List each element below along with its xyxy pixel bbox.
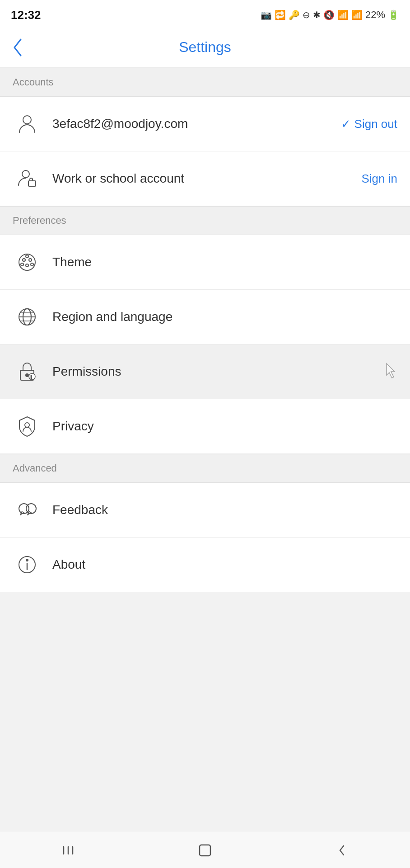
accounts-list: 3efac8f2@moodjoy.com ✓ Sign out Work or … <box>0 97 410 206</box>
personal-account-item[interactable]: 3efac8f2@moodjoy.com ✓ Sign out <box>0 97 410 151</box>
personal-account-email: 3efac8f2@moodjoy.com <box>52 117 341 131</box>
svg-point-3 <box>19 254 35 270</box>
info-icon <box>13 550 42 579</box>
recent-apps-button[interactable] <box>0 832 137 868</box>
feedback-label: Feedback <box>52 503 397 517</box>
svg-point-7 <box>21 263 23 266</box>
back-nav-button[interactable] <box>273 832 410 868</box>
feedback-item[interactable]: Feedback <box>0 483 410 538</box>
about-label: About <box>52 557 397 572</box>
privacy-icon <box>13 412 42 441</box>
home-button[interactable] <box>137 832 274 868</box>
video-icon: 📷 <box>261 9 272 20</box>
svg-point-4 <box>23 259 25 261</box>
key-icon: 🔑 <box>289 9 300 20</box>
bottom-spacer <box>0 592 410 868</box>
person-icon <box>13 109 42 138</box>
bottom-navigation <box>0 832 410 868</box>
region-language-item[interactable]: Region and language <box>0 290 410 344</box>
sign-in-label: Sign in <box>362 172 398 186</box>
sim-icon: 🔁 <box>275 9 286 20</box>
work-account-item[interactable]: Work or school account Sign in <box>0 151 410 206</box>
mute-icon: 🔇 <box>323 9 335 20</box>
svg-point-24 <box>26 559 28 561</box>
status-bar: 12:32 📷 🔁 🔑 ⊖ ✱ 🔇 📶 📶 22% 🔋 <box>0 0 410 27</box>
privacy-label: Privacy <box>52 419 397 434</box>
status-icons: 📷 🔁 🔑 ⊖ ✱ 🔇 📶 📶 22% 🔋 <box>261 9 399 21</box>
svg-point-6 <box>26 264 28 267</box>
work-person-icon <box>13 164 42 193</box>
wifi-icon: 📶 <box>337 9 349 20</box>
page-title: Settings <box>179 39 231 56</box>
feedback-icon <box>13 495 42 524</box>
advanced-list: Feedback About <box>0 483 410 592</box>
svg-point-5 <box>29 259 32 261</box>
accounts-section-header: Accounts <box>0 68 410 97</box>
advanced-section-header: Advanced <box>0 454 410 483</box>
svg-point-16 <box>26 374 28 377</box>
permissions-item[interactable]: i Permissions <box>0 344 410 399</box>
signal-icon: 📶 <box>351 9 363 20</box>
permissions-label: Permissions <box>52 364 377 379</box>
work-account-label: Work or school account <box>52 171 362 186</box>
battery-percent: 22% <box>365 9 385 21</box>
lock-icon: i <box>13 357 42 386</box>
bluetooth-icon: ✱ <box>313 9 321 20</box>
about-item[interactable]: About <box>0 538 410 592</box>
check-icon: ✓ <box>341 117 351 131</box>
cursor-indicator <box>385 363 397 381</box>
theme-item[interactable]: Theme <box>0 235 410 290</box>
sign-out-action[interactable]: ✓ Sign out <box>341 117 397 131</box>
region-language-label: Region and language <box>52 310 397 324</box>
globe-icon <box>13 302 42 331</box>
dnd-icon: ⊖ <box>303 9 310 20</box>
svg-point-1 <box>22 170 29 178</box>
back-button[interactable] <box>11 38 23 57</box>
privacy-item[interactable]: Privacy <box>0 399 410 454</box>
svg-point-0 <box>23 116 31 124</box>
preferences-section-header: Preferences <box>0 206 410 235</box>
svg-rect-28 <box>200 845 210 856</box>
theme-icon <box>13 248 42 277</box>
svg-point-17 <box>29 373 35 380</box>
status-time: 12:32 <box>11 8 41 22</box>
sign-out-label: Sign out <box>354 117 397 131</box>
battery-icon: 🔋 <box>388 9 399 20</box>
preferences-list: Theme Region and language i <box>0 235 410 454</box>
theme-label: Theme <box>52 255 397 269</box>
svg-point-9 <box>26 255 28 258</box>
svg-rect-2 <box>28 181 36 186</box>
svg-point-8 <box>31 263 33 266</box>
sign-in-action[interactable]: Sign in <box>362 172 398 186</box>
settings-header: Settings <box>0 27 410 68</box>
svg-point-19 <box>25 423 29 427</box>
svg-text:i: i <box>31 375 32 379</box>
